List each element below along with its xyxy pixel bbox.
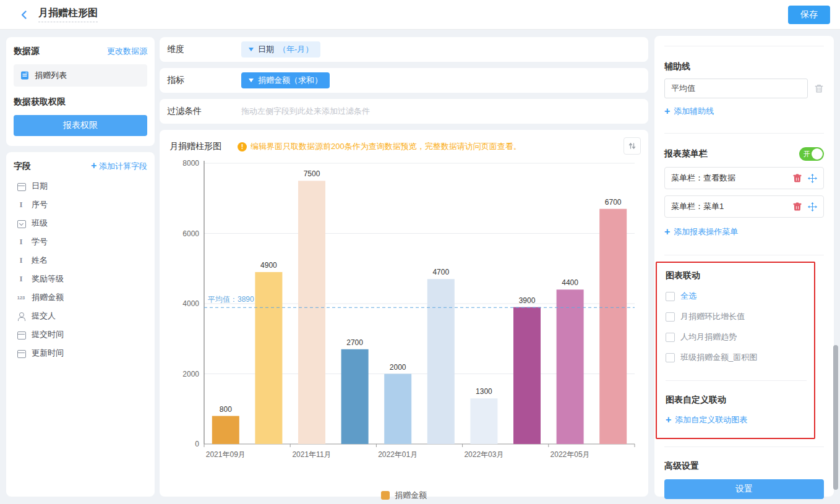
field-item-submitter[interactable]: 提交人 [14, 307, 147, 325]
fields-title: 字段 [14, 161, 31, 172]
report-permission-button[interactable]: 报表权限 [14, 115, 147, 136]
field-item-update-time[interactable]: 更新时间 [14, 344, 147, 362]
sort-button[interactable] [624, 137, 641, 155]
svg-text:平均值：3890: 平均值：3890 [208, 295, 254, 304]
datasource-panel: 数据源 更改数据源 捐赠列表 数据获取权限 报表权限 [6, 37, 155, 146]
toggle-knob [812, 148, 823, 160]
page-title: 月捐赠柱形图 [38, 7, 98, 22]
dimension-row: 维度 日期（年-月） [160, 37, 648, 62]
add-custom-linkage-link[interactable]: +添加自定义联动图表 [666, 414, 747, 425]
chart-panel: 月捐赠柱形图 ! 编辑界面只取数据源前200条作为查询数据预览，完整数据请访问页… [160, 130, 648, 497]
linkage-option-class-area-chart[interactable]: 班级捐赠金额_面积图 [666, 352, 807, 363]
field-item-donation-amount[interactable]: 捐赠金额 [14, 288, 147, 307]
field-label: 提交人 [32, 310, 56, 322]
field-item-name[interactable]: 姓名 [14, 251, 147, 270]
field-label: 奖励等级 [32, 273, 64, 284]
metric-tag[interactable]: 捐赠金额（求和） [241, 72, 330, 88]
dimension-label: 维度 [167, 44, 241, 55]
field-label: 学号 [32, 236, 48, 247]
field-item-award-level[interactable]: 奖励等级 [14, 270, 147, 288]
field-item-student-id[interactable]: 学号 [14, 233, 147, 251]
document-icon [20, 70, 30, 80]
svg-text:4900: 4900 [260, 261, 277, 270]
filter-row[interactable]: 过滤条件 拖动左侧字段到此处来添加过滤条件 [160, 99, 648, 124]
select-icon [16, 218, 26, 228]
svg-text:2022年05月: 2022年05月 [551, 450, 590, 459]
field-label: 姓名 [32, 255, 48, 266]
sort-icon [628, 142, 636, 150]
field-label: 捐赠金额 [32, 292, 64, 303]
add-report-menu-link[interactable]: +添加报表操作菜单 [664, 226, 738, 237]
move-menu-item-button[interactable] [808, 202, 817, 211]
menu-item-view-data[interactable]: 菜单栏：查看数据 [664, 167, 824, 189]
scrollbar-thumb[interactable] [833, 345, 838, 490]
delete-aux-line-button[interactable] [814, 83, 824, 93]
text-icon [16, 255, 26, 265]
field-item-class[interactable]: 班级 [14, 214, 147, 233]
checkbox-icon[interactable] [666, 353, 675, 362]
svg-text:2700: 2700 [346, 338, 363, 347]
linkage-option-per-capita-trend[interactable]: 人均月捐赠趋势 [666, 331, 807, 343]
dimension-tag[interactable]: 日期（年-月） [241, 41, 320, 58]
plus-icon: + [666, 415, 671, 425]
chart-legend[interactable]: 捐赠金额 [169, 490, 638, 501]
trash-icon [793, 202, 802, 211]
field-label: 更新时间 [32, 348, 64, 359]
field-label: 序号 [32, 199, 48, 210]
caret-down-icon [249, 79, 254, 82]
delete-menu-item-button[interactable] [793, 174, 802, 182]
person-icon [16, 311, 26, 321]
datasource-item[interactable]: 捐赠列表 [14, 64, 147, 87]
metric-label: 指标 [167, 75, 241, 86]
chart-title: 月捐赠柱形图 [169, 141, 221, 152]
svg-text:4700: 4700 [432, 268, 449, 276]
save-button[interactable]: 保存 [788, 6, 830, 24]
svg-text:8000: 8000 [182, 159, 199, 168]
checkbox-label: 班级捐赠金额_面积图 [680, 352, 757, 363]
caret-down-icon [249, 48, 254, 51]
calendar-icon [16, 181, 26, 191]
checkbox-icon[interactable] [666, 333, 675, 342]
svg-text:6700: 6700 [605, 198, 622, 207]
divider [664, 446, 824, 447]
fields-panel: 字段 + 添加计算字段 日期 序号 班级 学号 姓名 奖励等级 捐赠金额 提交人… [6, 152, 155, 497]
add-aux-line-link[interactable]: +添加辅助线 [664, 106, 714, 117]
calendar-icon [16, 330, 26, 340]
settings-button[interactable]: 设置 [664, 479, 824, 499]
divider [664, 46, 824, 46]
menu-item-menu1[interactable]: 菜单栏：菜单1 [664, 195, 824, 218]
field-item-serial[interactable]: 序号 [14, 195, 147, 214]
warning-icon: ! [238, 142, 247, 152]
field-item-submit-time[interactable]: 提交时间 [14, 325, 147, 344]
calendar-icon [16, 348, 26, 358]
report-menu-toggle[interactable]: 开 [799, 147, 824, 161]
svg-text:0: 0 [195, 440, 199, 448]
divider [666, 380, 807, 381]
add-calc-field-link[interactable]: + 添加计算字段 [91, 161, 147, 172]
linkage-option-select-all[interactable]: 全选 [666, 291, 807, 302]
linkage-option-mom-growth[interactable]: 月捐赠环比增长值 [666, 311, 807, 322]
checkbox-icon[interactable] [666, 312, 675, 322]
bar-chart[interactable]: 0200040006000800080049007500270020004700… [169, 156, 638, 477]
svg-text:2021年09月: 2021年09月 [206, 450, 246, 459]
svg-text:3900: 3900 [519, 296, 536, 305]
filter-placeholder: 拖动左侧字段到此处来添加过滤条件 [241, 106, 370, 117]
permission-title: 数据获取权限 [14, 96, 147, 108]
move-menu-item-button[interactable] [808, 174, 817, 183]
text-icon [16, 237, 26, 247]
field-label: 日期 [32, 181, 48, 192]
field-item-date[interactable]: 日期 [14, 177, 147, 195]
divider [664, 255, 824, 255]
checkbox-icon[interactable] [666, 292, 675, 301]
text-icon [16, 200, 26, 210]
back-button[interactable] [17, 8, 31, 22]
aux-line-input[interactable] [664, 79, 808, 98]
svg-text:6000: 6000 [182, 229, 199, 238]
datasource-title: 数据源 [14, 46, 40, 57]
plus-icon: + [664, 227, 670, 237]
delete-menu-item-button[interactable] [793, 202, 802, 211]
move-icon [808, 174, 817, 183]
aux-line-title: 辅助线 [664, 61, 824, 72]
plus-icon: + [664, 106, 670, 116]
change-datasource-link[interactable]: 更改数据源 [107, 46, 147, 57]
